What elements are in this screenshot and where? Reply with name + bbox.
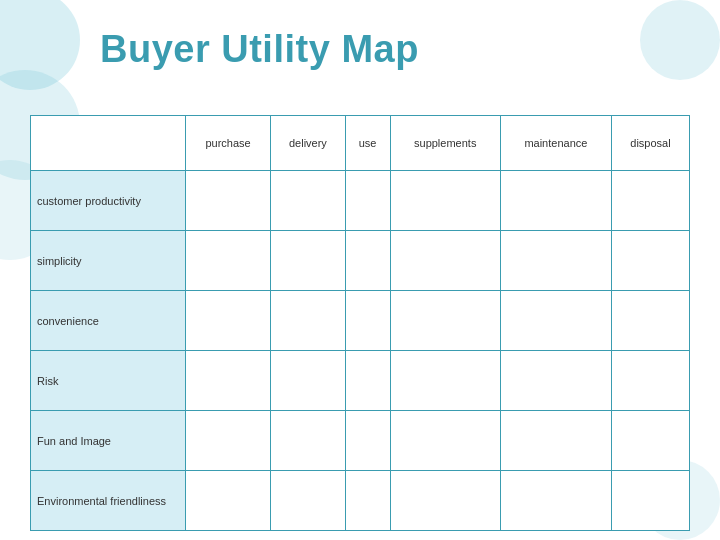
table-header-row: purchase delivery use supplements mainte… (31, 116, 690, 171)
cell-fi-maintenance (500, 411, 611, 471)
cell-cp-purchase (186, 171, 271, 231)
table-row: convenience (31, 291, 690, 351)
cell-con-delivery (271, 291, 345, 351)
cell-con-disposal (611, 291, 689, 351)
col-header-disposal: disposal (611, 116, 689, 171)
cell-cp-supplements (390, 171, 500, 231)
col-header-use: use (345, 116, 390, 171)
table-row: customer productivity (31, 171, 690, 231)
cell-s-disposal (611, 231, 689, 291)
cell-con-use (345, 291, 390, 351)
cell-fi-purchase (186, 411, 271, 471)
cell-ef-maintenance (500, 471, 611, 531)
table-row: Environmental friendliness (31, 471, 690, 531)
row-label-risk: Risk (31, 351, 186, 411)
cell-cp-maintenance (500, 171, 611, 231)
cell-con-supplements (390, 291, 500, 351)
cell-fi-supplements (390, 411, 500, 471)
cell-s-use (345, 231, 390, 291)
cell-r-supplements (390, 351, 500, 411)
row-label-fun-image: Fun and Image (31, 411, 186, 471)
buyer-utility-map-container: purchase delivery use supplements mainte… (30, 115, 690, 520)
buyer-utility-table: purchase delivery use supplements mainte… (30, 115, 690, 531)
cell-ef-supplements (390, 471, 500, 531)
table-row: simplicity (31, 231, 690, 291)
row-label-convenience: convenience (31, 291, 186, 351)
cell-s-maintenance (500, 231, 611, 291)
cell-s-delivery (271, 231, 345, 291)
cell-cp-delivery (271, 171, 345, 231)
cell-con-maintenance (500, 291, 611, 351)
col-header-supplements: supplements (390, 116, 500, 171)
cell-ef-disposal (611, 471, 689, 531)
table-row: Risk (31, 351, 690, 411)
cell-con-purchase (186, 291, 271, 351)
cell-cp-use (345, 171, 390, 231)
cell-r-disposal (611, 351, 689, 411)
col-header-delivery: delivery (271, 116, 345, 171)
cell-r-use (345, 351, 390, 411)
cell-r-purchase (186, 351, 271, 411)
col-header-purchase: purchase (186, 116, 271, 171)
col-header-maintenance: maintenance (500, 116, 611, 171)
cell-ef-purchase (186, 471, 271, 531)
cell-s-purchase (186, 231, 271, 291)
cell-ef-delivery (271, 471, 345, 531)
decorative-circle-4 (640, 0, 720, 80)
cell-fi-delivery (271, 411, 345, 471)
row-label-customer-productivity: customer productivity (31, 171, 186, 231)
cell-r-maintenance (500, 351, 611, 411)
cell-cp-disposal (611, 171, 689, 231)
table-row: Fun and Image (31, 411, 690, 471)
cell-r-delivery (271, 351, 345, 411)
top-left-header (31, 116, 186, 171)
cell-fi-disposal (611, 411, 689, 471)
cell-ef-use (345, 471, 390, 531)
cell-s-supplements (390, 231, 500, 291)
page-title: Buyer Utility Map (100, 28, 419, 71)
cell-fi-use (345, 411, 390, 471)
row-label-environmental: Environmental friendliness (31, 471, 186, 531)
row-label-simplicity: simplicity (31, 231, 186, 291)
